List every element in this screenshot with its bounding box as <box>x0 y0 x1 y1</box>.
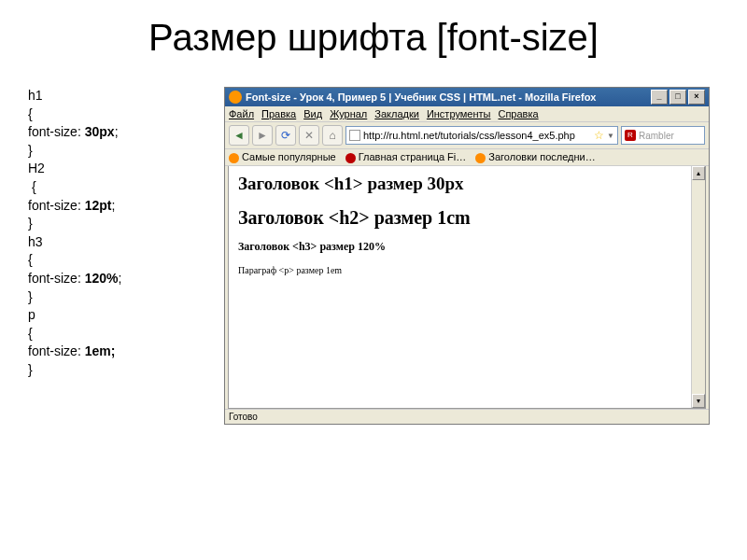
menu-history[interactable]: Журнал <box>330 108 367 119</box>
code-line: } <box>28 361 215 380</box>
window-titlebar: Font-size - Урок 4, Пример 5 | Учебник C… <box>225 88 709 106</box>
scroll-down-icon[interactable]: ▾ <box>692 394 705 408</box>
code-line: font-size: 12pt; <box>28 197 215 216</box>
forward-button[interactable]: ► <box>252 125 273 146</box>
nav-toolbar: ◄ ► ⟳ ✕ ⌂ ☆ ▼ R Rambler <box>225 122 709 149</box>
code-line: h3 <box>28 233 215 252</box>
code-line: { <box>28 325 215 343</box>
code-line: h1 <box>28 87 215 105</box>
menu-help[interactable]: Справка <box>498 108 538 119</box>
url-input[interactable] <box>363 130 591 141</box>
rendered-h1: Заголовок <h1> размер 30px <box>238 174 696 194</box>
firefox-icon <box>229 91 242 104</box>
code-line: } <box>28 142 215 161</box>
close-button[interactable]: × <box>688 90 705 105</box>
rambler-icon: R <box>625 130 636 141</box>
code-line: H2 <box>28 160 215 178</box>
search-box[interactable]: R Rambler <box>621 126 705 145</box>
code-line: p <box>28 306 215 325</box>
menu-bar: Файл Правка Вид Журнал Закладки Инструме… <box>225 106 709 122</box>
menu-view[interactable]: Вид <box>303 108 322 119</box>
bookmark-icon <box>475 153 486 163</box>
maximize-button[interactable]: □ <box>669 90 686 105</box>
menu-tools[interactable]: Инструменты <box>427 108 491 119</box>
home-button[interactable]: ⌂ <box>322 125 343 146</box>
css-code-block: h1 { font-size: 30px; } H2 { font-size: … <box>28 87 215 425</box>
status-text: Готово <box>229 412 258 422</box>
code-line: font-size: 30px; <box>28 123 215 142</box>
rendered-p: Параграф <p> размер 1em <box>238 265 696 275</box>
window-title: Font-size - Урок 4, Пример 5 | Учебник C… <box>246 91 596 103</box>
reload-button[interactable]: ⟳ <box>275 125 296 146</box>
code-line: { <box>28 251 215 270</box>
bookmark-icon <box>229 153 239 163</box>
stop-button[interactable]: ✕ <box>299 125 319 146</box>
menu-file[interactable]: Файл <box>229 108 254 119</box>
page-favicon <box>349 130 360 141</box>
code-line: } <box>28 288 215 307</box>
bookmark-firefox-home[interactable]: Главная страница Fi… <box>345 151 467 163</box>
bookmark-popular[interactable]: Самые популярные <box>229 151 336 163</box>
dropdown-icon[interactable]: ▼ <box>607 132 614 140</box>
minimize-button[interactable]: _ <box>651 90 668 105</box>
page-viewport: Заголовок <h1> размер 30px Заголовок <h2… <box>228 166 706 409</box>
slide-title: Размер шрифта [font-size] <box>0 0 747 68</box>
menu-edit[interactable]: Правка <box>261 108 296 119</box>
content-area: h1 { font-size: 30px; } H2 { font-size: … <box>0 68 747 425</box>
browser-screenshot: Font-size - Урок 4, Пример 5 | Учебник C… <box>224 87 719 425</box>
back-button[interactable]: ◄ <box>229 125 249 146</box>
address-bar[interactable]: ☆ ▼ <box>345 126 618 145</box>
code-line: font-size: 120%; <box>28 270 215 288</box>
rendered-h3: Заголовок <h3> размер 120% <box>238 240 696 254</box>
code-line: font-size: 1em; <box>28 343 215 361</box>
bookmark-headlines[interactable]: Заголовки последни… <box>475 151 595 163</box>
menu-bookmarks[interactable]: Закладки <box>374 108 419 119</box>
status-bar: Готово <box>225 409 709 424</box>
bookmark-star-icon[interactable]: ☆ <box>594 129 604 142</box>
vertical-scrollbar[interactable]: ▴ ▾ <box>691 166 705 408</box>
code-line: { <box>28 105 215 124</box>
bookmarks-toolbar: Самые популярные Главная страница Fi… За… <box>225 149 709 166</box>
code-line: { <box>28 178 215 197</box>
scroll-up-icon[interactable]: ▴ <box>692 166 705 180</box>
search-placeholder: Rambler <box>639 131 674 141</box>
browser-window: Font-size - Урок 4, Пример 5 | Учебник C… <box>224 87 710 425</box>
bookmark-icon <box>345 153 356 163</box>
rendered-h2: Заголовок <h2> размер 1cm <box>238 207 696 229</box>
code-line: } <box>28 215 215 233</box>
